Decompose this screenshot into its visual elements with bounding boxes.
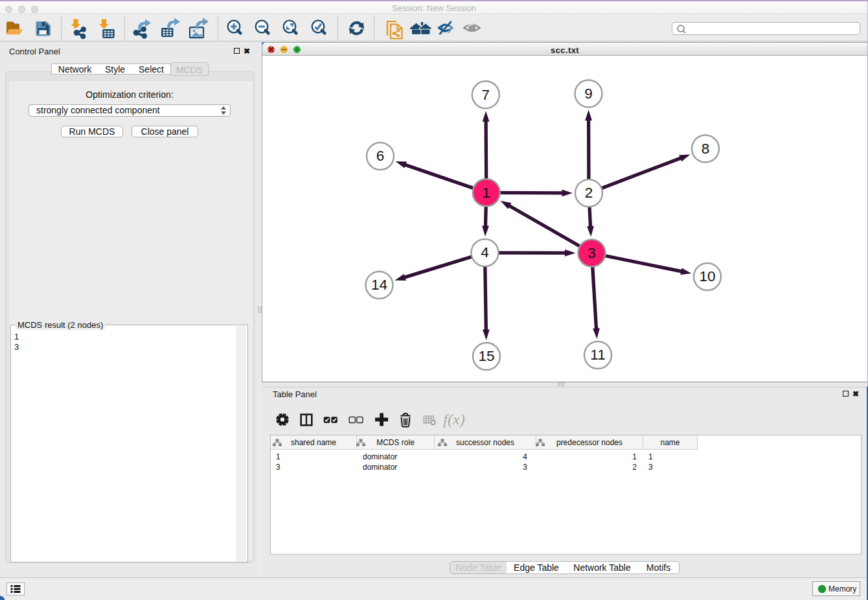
svg-text:11: 11 [590,347,605,363]
svg-text:15: 15 [478,348,494,364]
svg-text:9: 9 [584,86,593,102]
svg-text:8: 8 [702,141,710,157]
svg-text:6: 6 [376,148,385,164]
svg-text:f(x): f(x) [443,411,464,428]
svg-text:10: 10 [699,268,715,284]
svg-text:4: 4 [481,244,489,260]
svg-text:2: 2 [585,185,593,201]
svg-text:1: 1 [483,185,491,201]
svg-text:3: 3 [588,245,596,261]
svg-text:14: 14 [371,277,387,293]
svg-text:7: 7 [482,87,490,103]
